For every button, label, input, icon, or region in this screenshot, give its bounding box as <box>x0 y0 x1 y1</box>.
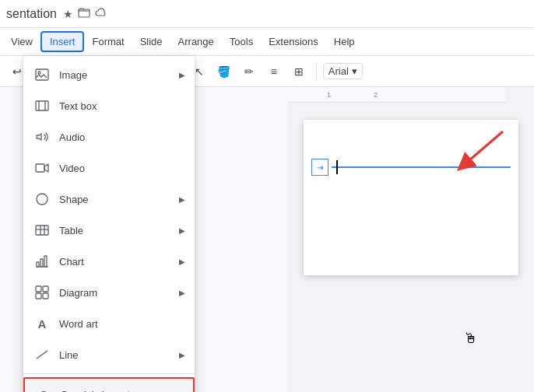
svg-point-7 <box>37 194 47 205</box>
svg-rect-16 <box>36 286 41 292</box>
menu-item-wordart[interactable]: A Word art <box>23 308 195 339</box>
menu-item-specialchars[interactable]: Ω Special characters <box>23 377 195 392</box>
menu-extensions[interactable]: Extensions <box>261 33 326 51</box>
menu-arrange[interactable]: Arrange <box>170 33 222 51</box>
menu-insert[interactable]: Insert <box>40 31 85 52</box>
font-name: Arial <box>328 65 349 77</box>
table-label: Table <box>59 225 179 236</box>
image-label: Image <box>59 69 179 81</box>
specialchars-icon: Ω <box>34 385 53 392</box>
ruler-mark-2: 2 <box>374 91 378 99</box>
shape-label: Shape <box>59 194 179 205</box>
line-arrow: ▶ <box>179 351 185 359</box>
menu-item-image[interactable]: Image ▶ <box>23 59 195 90</box>
chart-arrow: ▶ <box>179 257 185 266</box>
shape-arrow: ▶ <box>179 195 185 204</box>
cloud-icon[interactable] <box>95 6 107 21</box>
mouse-cursor: 🖱 <box>464 331 478 347</box>
audio-label: Audio <box>59 131 185 143</box>
svg-rect-12 <box>37 262 39 267</box>
ruler-mark-1: 1 <box>327 91 331 99</box>
svg-line-24 <box>464 131 503 165</box>
ruler: 1 2 <box>288 87 506 103</box>
video-icon <box>33 159 51 177</box>
menu-item-shape[interactable]: Shape ▶ <box>23 184 195 215</box>
menu-tools[interactable]: Tools <box>222 33 261 51</box>
wordart-label: Word art <box>59 318 185 330</box>
diagram-icon <box>33 283 51 302</box>
pen-tool[interactable]: ✏ <box>238 61 260 82</box>
textbox-icon <box>33 96 51 115</box>
font-selector[interactable]: Arial ▾ <box>323 63 363 79</box>
line-label: Line <box>59 349 179 361</box>
textbox-handle-icon: ⇥ <box>311 159 328 176</box>
textbox-label: Text box <box>59 100 185 112</box>
table-arrow: ▶ <box>179 226 185 235</box>
image-arrow: ▶ <box>179 71 185 79</box>
audio-icon <box>33 128 51 146</box>
svg-rect-8 <box>36 226 48 235</box>
svg-point-2 <box>38 72 40 74</box>
svg-rect-13 <box>40 259 43 267</box>
menu-item-chart[interactable]: Chart ▶ <box>23 246 195 277</box>
wordart-icon: A <box>33 314 51 333</box>
insert-dropdown: Image ▶ Text box Audio <box>23 56 195 392</box>
image-icon <box>33 65 51 84</box>
chart-icon <box>33 252 51 271</box>
toolbar-sep3 <box>316 62 317 81</box>
shape-icon <box>33 190 51 208</box>
slide-area: 1 2 ⇥ <box>288 87 534 392</box>
menu-item-audio[interactable]: Audio <box>23 121 195 152</box>
line-icon <box>33 345 51 364</box>
svg-rect-14 <box>44 256 47 267</box>
menu-view[interactable]: View <box>3 33 40 51</box>
svg-rect-6 <box>36 164 44 172</box>
table-tool[interactable]: ⊞ <box>288 61 310 82</box>
star-icon[interactable]: ★ <box>63 8 73 20</box>
text-cursor <box>336 160 338 174</box>
menu-help[interactable]: Help <box>326 33 363 51</box>
title-bar: sentation ★ <box>0 0 534 28</box>
title-text: sentation <box>6 7 57 21</box>
dropdown-divider <box>23 373 195 374</box>
slide-canvas: ⇥ <box>304 120 518 275</box>
video-label: Video <box>59 163 185 174</box>
folder-icon[interactable] <box>78 6 90 21</box>
align-tool[interactable]: ≡ <box>263 61 285 82</box>
menu-slide[interactable]: Slide <box>132 33 170 51</box>
svg-rect-17 <box>43 286 48 292</box>
menu-item-textbox[interactable]: Text box <box>23 90 195 121</box>
diagram-label: Diagram <box>59 287 179 299</box>
svg-rect-3 <box>36 101 48 110</box>
svg-line-20 <box>37 351 47 359</box>
paint-bucket[interactable]: 🪣 <box>213 61 235 82</box>
svg-rect-19 <box>43 293 48 299</box>
menu-item-diagram[interactable]: Diagram ▶ <box>23 277 195 308</box>
menu-bar: View Insert Format Slide Arrange Tools E… <box>0 28 534 56</box>
diagram-arrow: ▶ <box>179 289 185 297</box>
svg-rect-18 <box>36 293 41 299</box>
chart-label: Chart <box>59 256 179 268</box>
specialchars-label: Special characters <box>61 389 184 393</box>
menu-item-video[interactable]: Video <box>23 152 195 184</box>
svg-rect-1 <box>36 69 48 80</box>
menu-item-line[interactable]: Line ▶ <box>23 339 195 370</box>
red-arrow-svg <box>441 128 511 174</box>
menu-format[interactable]: Format <box>84 33 132 51</box>
menu-item-table[interactable]: Table ▶ <box>23 215 195 246</box>
table-icon <box>33 221 51 240</box>
font-arrow-icon: ▾ <box>352 65 357 77</box>
